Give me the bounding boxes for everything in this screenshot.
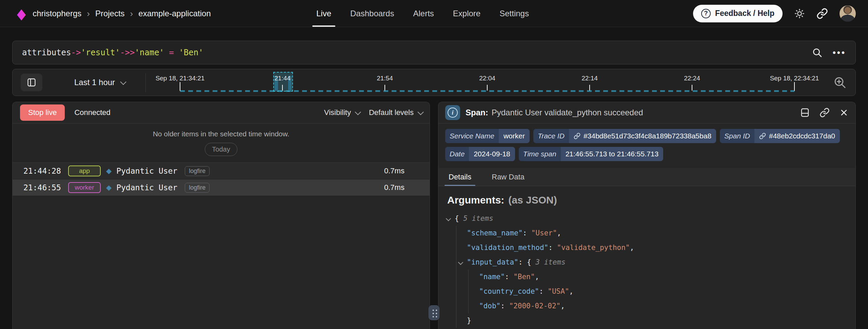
service-badge: worker [68, 182, 101, 193]
tab-dashboards[interactable]: Dashboards [341, 0, 403, 27]
query-segment: 'Ben' [179, 48, 203, 57]
default-levels-dropdown[interactable]: Default levels [369, 108, 422, 117]
collapse-caret-icon[interactable] [458, 260, 463, 265]
time-range-label: Last 1 hour [74, 78, 115, 87]
json-token: , [535, 273, 539, 281]
question-icon: ? [701, 9, 711, 18]
json-token: : [500, 302, 509, 310]
json-tree: { 5 items"schema_name": "User","validati… [447, 211, 847, 328]
stop-live-button[interactable]: Stop live [20, 104, 65, 121]
log-title: Pydantic User [116, 167, 177, 175]
panel-resize-handle[interactable] [429, 305, 439, 320]
meta-badge-label: Service Name [445, 129, 499, 143]
brand-breadcrumb-group: ◆ christophergs›Projects›example-applica… [17, 0, 211, 27]
breadcrumb-item-example-application[interactable]: example-application [138, 9, 211, 18]
json-token: } [467, 316, 471, 325]
copy-link-icon[interactable] [820, 108, 830, 118]
connection-status: Connected [74, 108, 110, 117]
arguments-heading: Arguments: (as JSON) [447, 194, 847, 206]
meta-badge-value: worker [499, 129, 530, 143]
span-kind-label: Span: [466, 108, 488, 117]
json-line: "country_code": "USA", [447, 284, 847, 299]
query-input[interactable]: attributes->'result'->>'name' = 'Ben' [22, 48, 812, 57]
meta-badge-trace-id[interactable]: Trace ID #34bd8e51d73c3f4c8a189b72338a5b… [533, 129, 716, 143]
timeline-tick-label: 22:24 [684, 75, 700, 82]
json-line: "dob": "2000-02-02", [447, 299, 847, 313]
duration-value: 0.7ms [384, 167, 418, 175]
link-icon [759, 133, 766, 139]
detail-tab-raw-data[interactable]: Raw Data [489, 168, 527, 186]
empty-window-message: No older items in the selected time wind… [153, 130, 290, 138]
feedback-help-button[interactable]: ? Feedback / Help [693, 5, 783, 22]
nav-tabs: LiveDashboardsAlertsExploreSettings [307, 0, 538, 27]
indent-guide [456, 299, 456, 313]
json-token: "name" [479, 273, 505, 281]
log-row[interactable]: 21:46:55worker◆Pydantic Userlogfire0.7ms [13, 179, 430, 196]
meta-badge-value: #34bd8e51d73c3f4c8a189b72338a5ba8 [569, 129, 716, 143]
breadcrumb-item-christophergs[interactable]: christophergs [33, 9, 81, 18]
close-icon[interactable] [839, 108, 849, 117]
timeline-zoom-in-icon[interactable] [833, 76, 847, 89]
chevron-down-icon [355, 109, 361, 115]
tab-explore[interactable]: Explore [443, 0, 490, 27]
log-row-list: 21:44:28app◆Pydantic Userlogfire0.7ms21:… [13, 163, 430, 196]
meta-badge-span-id[interactable]: Span ID #48eb2cdcdc317da0 [720, 129, 840, 143]
visibility-dropdown[interactable]: Visibility [324, 108, 359, 117]
json-token: : { [518, 258, 536, 266]
logfire-logo-icon[interactable]: ◆ [17, 6, 26, 21]
meta-badge-label: Span ID [720, 129, 754, 143]
json-token: , [560, 302, 565, 310]
meta-badge-value: #48eb2cdcdc317da0 [754, 129, 840, 143]
log-row[interactable]: 21:44:28app◆Pydantic Userlogfire0.7ms [13, 163, 430, 179]
timeline-tick [589, 85, 590, 91]
timeline-tick [692, 85, 692, 91]
feedback-help-label: Feedback / Help [715, 9, 774, 18]
collapse-caret-icon[interactable] [446, 216, 451, 221]
dock-panel-icon[interactable] [800, 108, 810, 118]
span-detail-panel: i Span: Pydantic User validate_python su… [438, 102, 856, 329]
query-segment: 'result' [81, 48, 120, 57]
span-title: Pydantic User validate_python succeeded [492, 108, 643, 117]
today-button[interactable]: Today [205, 143, 237, 156]
chevron-down-icon [417, 109, 423, 115]
query-more-menu-icon[interactable]: ••• [833, 51, 846, 54]
timeline-tick-label: 21:44 [274, 75, 291, 82]
user-avatar[interactable] [840, 5, 856, 22]
meta-badge-date: Date2024-09-18 [445, 147, 515, 161]
share-link-icon[interactable] [816, 8, 828, 19]
meta-badge-service-name: Service Nameworker [445, 129, 530, 143]
breadcrumb-item-Projects[interactable]: Projects [95, 9, 125, 18]
live-view-panel: Stop live Connected Visibility Default l… [12, 102, 430, 329]
chevron-down-icon [120, 79, 126, 85]
search-icon[interactable] [812, 47, 823, 58]
json-line: "input_data": { 3 items [447, 255, 847, 270]
tab-settings[interactable]: Settings [490, 0, 538, 27]
visibility-label: Visibility [324, 108, 351, 117]
timeline-tick [487, 85, 488, 91]
scope-tag: logfire [185, 183, 210, 193]
json-token: "input_data" [467, 258, 518, 266]
span-detail-header: i Span: Pydantic User validate_python su… [438, 102, 855, 123]
timeline-tick-label: Sep 18, 22:34:21 [770, 75, 819, 82]
indent-guide [456, 284, 456, 299]
detail-tab-details[interactable]: Details [446, 168, 474, 186]
timeline-tick-label: 21:54 [377, 75, 393, 82]
timeline-tick [794, 82, 795, 91]
timeline-tick-label: 22:14 [581, 75, 598, 82]
meta-badge-value: 2024-09-18 [469, 147, 515, 161]
log-time: 21:46:55 [23, 183, 65, 192]
time-range-dropdown[interactable]: Last 1 hour [74, 69, 125, 96]
tab-live[interactable]: Live [307, 0, 341, 27]
json-token: "validation_method" [467, 244, 548, 252]
breadcrumb-separator-icon: › [130, 9, 133, 18]
nav-right-group: ? Feedback / Help [693, 0, 856, 27]
query-segment: ->> [120, 48, 135, 57]
sidebar-toggle-button[interactable] [21, 74, 42, 91]
json-line: } [447, 313, 847, 328]
live-panel-header: Stop live Connected Visibility Default l… [13, 102, 430, 123]
query-segment: attributes [22, 48, 71, 57]
tab-alerts[interactable]: Alerts [403, 0, 443, 27]
timeline-tick-label: 22:04 [479, 75, 495, 82]
theme-toggle-icon[interactable] [794, 8, 805, 19]
json-token: "schema_name" [467, 229, 522, 237]
